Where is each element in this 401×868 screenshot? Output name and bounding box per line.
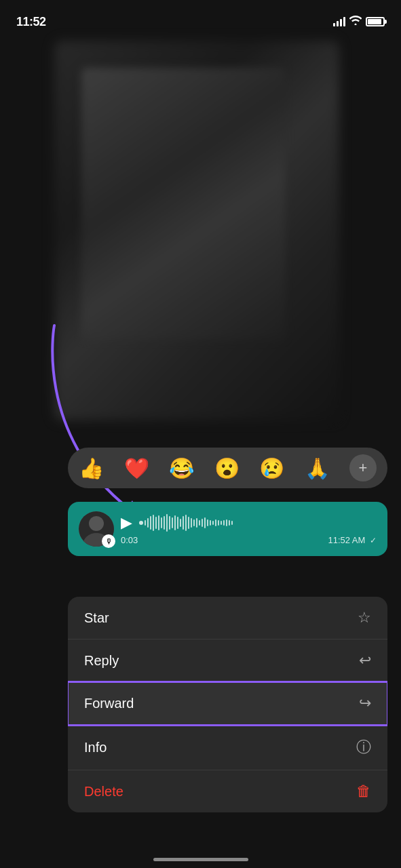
voice-controls: ▶ — [121, 513, 377, 532]
mic-badge: 🎙 — [102, 534, 115, 548]
emoji-cry[interactable]: 😢 — [259, 456, 284, 480]
menu-item-delete[interactable]: Delete 🗑 — [68, 770, 387, 812]
play-button[interactable]: ▶ — [121, 514, 132, 532]
voice-meta: 0:03 11:52 AM ✓ — [121, 535, 377, 545]
voice-duration: 0:03 — [121, 535, 138, 545]
emoji-reaction-row: 👍 ❤️ 😂 😮 😢 🙏 + — [68, 448, 387, 488]
signal-icon — [333, 17, 345, 26]
menu-item-reply[interactable]: Reply ↩ — [68, 639, 387, 682]
menu-item-reply-label: Reply — [84, 653, 119, 669]
home-indicator — [153, 858, 248, 861]
check-icon: ✓ — [370, 536, 377, 545]
voice-content: ▶ — [121, 513, 377, 545]
reply-icon: ↩ — [359, 652, 371, 669]
forward-icon: ↪ — [359, 694, 371, 712]
sender-avatar-wrap: 🎙 — [79, 511, 114, 547]
emoji-laugh[interactable]: 😂 — [169, 456, 194, 480]
voice-timestamp: 11:52 AM ✓ — [328, 535, 377, 545]
waveform — [139, 513, 377, 532]
emoji-thumbsup[interactable]: 👍 — [79, 456, 104, 480]
emoji-surprised[interactable]: 😮 — [214, 456, 240, 480]
status-time: 11:52 — [16, 15, 46, 29]
menu-item-delete-label: Delete — [84, 784, 123, 800]
svg-point-2 — [89, 516, 104, 531]
emoji-more-button[interactable]: + — [349, 454, 377, 481]
menu-item-star[interactable]: Star ☆ — [68, 597, 387, 639]
menu-item-info[interactable]: Info ⓘ — [68, 725, 387, 770]
voice-message-bubble: 🎙 ▶ — [68, 502, 387, 556]
emoji-heart[interactable]: ❤️ — [124, 456, 149, 480]
menu-item-star-label: Star — [84, 610, 109, 626]
star-icon: ☆ — [358, 609, 371, 627]
status-icons — [333, 16, 385, 28]
battery-icon — [366, 17, 385, 26]
info-icon: ⓘ — [356, 737, 371, 757]
menu-item-forward-label: Forward — [84, 696, 134, 711]
context-menu: Star ☆ Reply ↩ Forward ↪ Info ⓘ Delete 🗑 — [68, 597, 387, 812]
menu-item-info-label: Info — [84, 740, 107, 755]
menu-item-forward[interactable]: Forward ↪ — [68, 682, 387, 725]
wifi-icon — [349, 16, 362, 28]
status-bar: 11:52 — [0, 0, 401, 35]
arrow-annotation — [14, 312, 163, 529]
trash-icon: 🗑 — [356, 783, 371, 800]
emoji-pray[interactable]: 🙏 — [305, 456, 330, 480]
